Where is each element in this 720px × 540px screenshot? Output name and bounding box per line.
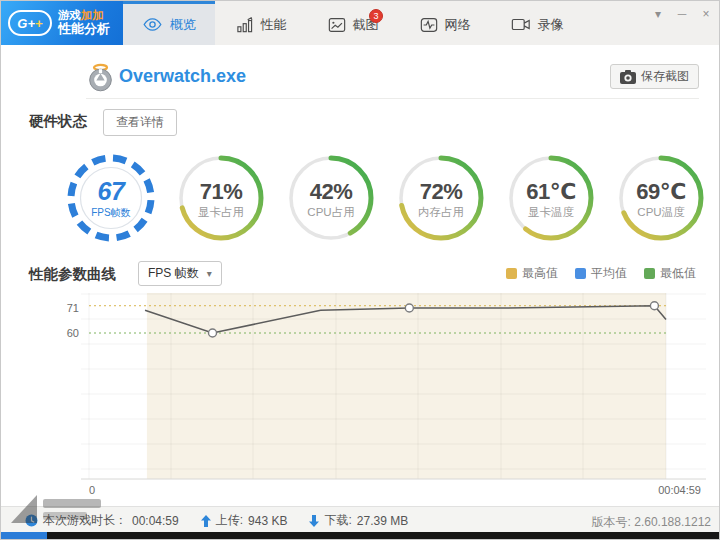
gauge-value: 61℃ (496, 179, 606, 205)
upload-stat: 上传:943 KB (201, 512, 288, 529)
screenshot-count-badge: 3 (369, 9, 383, 23)
gauge-value: 67 (56, 177, 166, 206)
screenshot-icon (328, 17, 346, 33)
network-icon (420, 17, 438, 33)
gpp-logo-icon: G++ (8, 10, 52, 36)
game-header: Overwatch.exe 保存截图 (1, 61, 720, 97)
tab-label: 性能 (261, 16, 287, 34)
watermark (7, 493, 117, 537)
metric-dropdown[interactable]: FPS 帧数 ▾ (138, 261, 222, 286)
download-arrow-icon (309, 515, 319, 527)
min-swatch-icon (644, 268, 655, 279)
gauge-label: 显卡占用 (166, 205, 276, 220)
chart-data-band (147, 293, 666, 479)
chevron-down-icon: ▾ (207, 268, 212, 279)
hardware-section-title: 硬件状态 (29, 112, 87, 131)
gauge-cpu-usage: 42% CPU占用 (276, 152, 386, 244)
tab-screenshot[interactable]: 截图 3 (307, 1, 399, 45)
download-stat: 下载:27.39 MB (309, 512, 408, 529)
perf-section-title: 性能参数曲线 (29, 265, 116, 284)
tab-performance[interactable]: 性能 (215, 1, 307, 45)
legend-item-min: 最低值 (644, 265, 696, 282)
eye-icon (142, 17, 163, 32)
gauge-value: 71% (166, 179, 276, 205)
gauge-memory-usage: 72% 内存占用 (386, 152, 496, 244)
gauge-gpu-usage: 71% 显卡占用 (166, 152, 276, 244)
chart-legend: 最高值 平均值 最低值 (506, 265, 696, 282)
window-controls: ▾ ─ × (651, 7, 713, 21)
gauge-label: CPU温度 (606, 205, 716, 220)
game-process-title: Overwatch.exe (119, 66, 246, 87)
top-bar: G++ 游戏加加 性能分析 概览 性能 (1, 1, 720, 45)
main-tabs: 概览 性能 截图 3 (123, 1, 583, 45)
video-camera-icon (511, 17, 531, 32)
bottom-strip (1, 532, 720, 539)
gauge-fps: 67 FPS帧数 (56, 152, 166, 244)
save-screenshot-button[interactable]: 保存截图 (610, 64, 699, 89)
avg-swatch-icon (575, 268, 586, 279)
tab-recording[interactable]: 录像 (491, 1, 583, 45)
tab-label: 录像 (538, 16, 564, 34)
camera-icon (620, 70, 636, 84)
window-menu-button[interactable]: ▾ (651, 7, 665, 21)
gauge-label: 显卡温度 (496, 205, 606, 220)
gauge-label: FPS帧数 (56, 206, 166, 220)
gauge-label: 内存占用 (386, 205, 496, 220)
window-close-button[interactable]: × (699, 7, 713, 21)
gamepp-window: G++ 游戏加加 性能分析 概览 性能 (0, 0, 720, 540)
view-details-button[interactable]: 查看详情 (103, 109, 177, 136)
gauge-gpu-temp: 61℃ 显卡温度 (496, 152, 606, 244)
fps-line-chart: 71 60 0 00:04:59 (61, 291, 711, 503)
upload-arrow-icon (201, 515, 211, 527)
window-minimize-button[interactable]: ─ (675, 7, 689, 21)
header-divider (86, 98, 699, 99)
gauge-value: 42% (276, 179, 386, 205)
performance-bars-icon (236, 17, 254, 33)
gauge-value: 72% (386, 179, 496, 205)
y-tick-60: 60 (67, 327, 79, 339)
tab-network[interactable]: 网络 (399, 1, 491, 45)
app-logo: G++ 游戏加加 性能分析 (1, 1, 123, 45)
tab-label: 网络 (445, 16, 471, 34)
tab-label: 概览 (170, 16, 196, 34)
gauge-value: 69℃ (606, 179, 716, 205)
x-tick-end: 00:04:59 (658, 484, 701, 496)
legend-item-max: 最高值 (506, 265, 558, 282)
bottom-strip-blue (1, 532, 47, 539)
gauge-row: 67 FPS帧数 71% 显卡占用 (56, 152, 716, 244)
tab-overview[interactable]: 概览 (123, 1, 215, 45)
legend-item-avg: 平均值 (575, 265, 627, 282)
max-swatch-icon (506, 268, 517, 279)
version-number: 版本号: 2.60.188.1212 (592, 514, 711, 531)
gauge-cpu-temp: 69℃ CPU温度 (606, 152, 716, 244)
overwatch-logo-icon (87, 63, 114, 92)
brand-text: 游戏加加 性能分析 (58, 9, 110, 37)
gauge-label: CPU占用 (276, 205, 386, 220)
y-tick-71: 71 (67, 302, 79, 314)
